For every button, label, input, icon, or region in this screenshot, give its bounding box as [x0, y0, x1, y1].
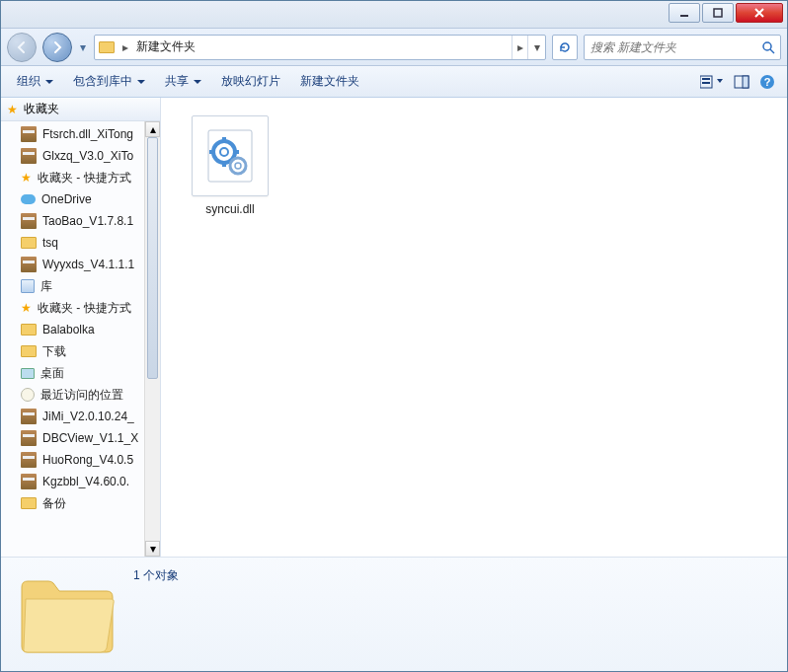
sidebar-item[interactable]: TaoBao_V1.7.8.1: [1, 210, 160, 232]
svg-rect-13: [222, 137, 226, 143]
rar-icon: [21, 474, 37, 489]
help-icon[interactable]: ?: [759, 74, 775, 90]
sidebar-item-label: 桌面: [40, 365, 64, 382]
breadcrumb-next[interactable]: ▸: [512, 36, 527, 59]
rar-icon: [21, 430, 37, 446]
minimize-button[interactable]: [669, 3, 700, 23]
toolbar: 组织 包含到库中 共享 放映幻灯片 新建文件夹 ?: [1, 66, 787, 98]
star-icon: ★: [7, 103, 18, 116]
sidebar-item[interactable]: tsq: [1, 232, 160, 254]
sidebar-item[interactable]: HuoRong_V4.0.5: [1, 449, 160, 471]
body: ★ 收藏夹 Ftsrch.dll_XiTongGlxzq_V3.0_XiTo★收…: [1, 98, 787, 557]
preview-pane-icon[interactable]: [734, 74, 749, 90]
scroll-down-button[interactable]: ▾: [145, 541, 160, 557]
svg-rect-4: [702, 78, 710, 80]
explorer-window: ▾ ▸ 新建文件夹 ▸ ▾ 组织 包含到库中 共享 放映幻灯片 新建文件夹: [0, 0, 788, 672]
folder-icon: [21, 497, 37, 509]
details-summary: 1 个对象: [133, 565, 179, 584]
search-icon[interactable]: [756, 40, 780, 54]
svg-point-18: [235, 163, 241, 169]
sidebar-item-label: OneDrive: [41, 192, 92, 206]
sidebar-item[interactable]: Wyyxds_V4.1.1.1: [1, 254, 160, 275]
desk-icon: [21, 368, 35, 379]
sidebar-item-label: Glxzq_V3.0_XiTo: [42, 149, 133, 163]
svg-rect-7: [743, 76, 749, 88]
svg-text:?: ?: [764, 76, 771, 88]
search-input[interactable]: [585, 40, 756, 54]
svg-rect-1: [714, 9, 722, 17]
sidebar-item-label: Ftsrch.dll_XiTong: [42, 127, 133, 141]
share-menu[interactable]: 共享: [157, 70, 209, 93]
onedrive-icon: [21, 194, 36, 204]
sidebar-item[interactable]: 备份: [1, 492, 160, 514]
maximize-button[interactable]: [702, 3, 734, 23]
refresh-button[interactable]: [552, 35, 578, 60]
content-pane[interactable]: syncui.dll: [161, 98, 787, 557]
include-in-library-menu[interactable]: 包含到库中: [65, 70, 153, 93]
sidebar-item[interactable]: 下载: [1, 340, 160, 362]
breadcrumb-chevron[interactable]: ▸: [118, 40, 132, 54]
sidebar-item[interactable]: 最近访问的位置: [1, 384, 160, 406]
close-button[interactable]: [736, 3, 783, 23]
sidebar-item-label: Kgzbbl_V4.60.0.: [42, 475, 129, 488]
svg-point-2: [763, 42, 771, 50]
toolbar-right: ?: [700, 74, 779, 90]
file-item[interactable]: syncui.dll: [185, 115, 276, 216]
sidebar-item-label: 下载: [42, 343, 66, 360]
details-folder-icon: [13, 565, 121, 660]
view-options-icon[interactable]: [700, 74, 724, 90]
back-button[interactable]: [7, 33, 37, 62]
address-bar[interactable]: ▸ 新建文件夹 ▸ ▾: [94, 35, 546, 60]
organize-menu[interactable]: 组织: [9, 70, 61, 93]
sidebar-item-label: HuoRong_V4.0.5: [42, 453, 133, 467]
lib-icon: [21, 279, 35, 293]
sidebar-item-label: JiMi_V2.0.10.24_: [42, 410, 134, 423]
search-box[interactable]: [584, 35, 781, 60]
sidebar-item-label: 最近访问的位置: [40, 387, 123, 404]
svg-point-12: [220, 148, 228, 156]
sidebar-favorites-header[interactable]: ★ 收藏夹: [1, 98, 160, 121]
sidebar-header-label: 收藏夹: [24, 101, 59, 117]
sidebar-item[interactable]: ★收藏夹 - 快捷方式: [1, 167, 160, 188]
sidebar-item-label: Wyyxds_V4.1.1.1: [42, 258, 134, 271]
slideshow-button[interactable]: 放映幻灯片: [213, 70, 288, 93]
sidebar-item[interactable]: ★收藏夹 - 快捷方式: [1, 297, 160, 319]
sidebar-item[interactable]: DBCView_V1.1_X: [1, 427, 160, 449]
star-icon: ★: [21, 301, 32, 315]
rar-icon: [21, 257, 37, 272]
dll-icon: [192, 115, 269, 196]
sidebar-item[interactable]: OneDrive: [1, 188, 160, 210]
sidebar-item[interactable]: 库: [1, 275, 160, 297]
nav-bar: ▾ ▸ 新建文件夹 ▸ ▾: [1, 29, 787, 66]
address-path[interactable]: 新建文件夹: [132, 38, 512, 55]
sidebar-scrollbar[interactable]: ▴ ▾: [144, 121, 160, 557]
folder-icon: [21, 324, 37, 336]
rar-icon: [21, 409, 37, 424]
svg-rect-14: [222, 161, 226, 167]
sidebar-item[interactable]: Ftsrch.dll_XiTong: [1, 123, 160, 145]
scroll-thumb[interactable]: [147, 137, 158, 379]
folder-icon: [95, 41, 118, 53]
sidebar-item-label: tsq: [42, 236, 58, 250]
svg-rect-15: [209, 150, 215, 154]
new-folder-button[interactable]: 新建文件夹: [292, 70, 367, 93]
nav-history-dropdown[interactable]: ▾: [78, 40, 88, 54]
title-bar: [1, 1, 787, 29]
sidebar-item[interactable]: Glxzq_V3.0_XiTo: [1, 145, 160, 167]
sidebar-item-label: 收藏夹 - 快捷方式: [38, 300, 131, 317]
sidebar-item-label: DBCView_V1.1_X: [42, 431, 138, 445]
scroll-track[interactable]: [145, 137, 160, 541]
sidebar-item[interactable]: Balabolka: [1, 319, 160, 340]
file-label: syncui.dll: [185, 202, 276, 216]
sidebar-item-label: TaoBao_V1.7.8.1: [42, 214, 133, 228]
sidebar-item[interactable]: JiMi_V2.0.10.24_: [1, 406, 160, 427]
folder-icon: [21, 237, 37, 249]
rar-icon: [21, 452, 37, 468]
sidebar-item[interactable]: 桌面: [1, 362, 160, 384]
forward-button[interactable]: [42, 33, 72, 62]
recent-icon: [21, 388, 35, 402]
sidebar-item[interactable]: Kgzbbl_V4.60.0.: [1, 471, 160, 492]
address-dropdown[interactable]: ▾: [527, 36, 545, 59]
scroll-up-button[interactable]: ▴: [145, 121, 160, 137]
star-icon: ★: [21, 171, 32, 185]
